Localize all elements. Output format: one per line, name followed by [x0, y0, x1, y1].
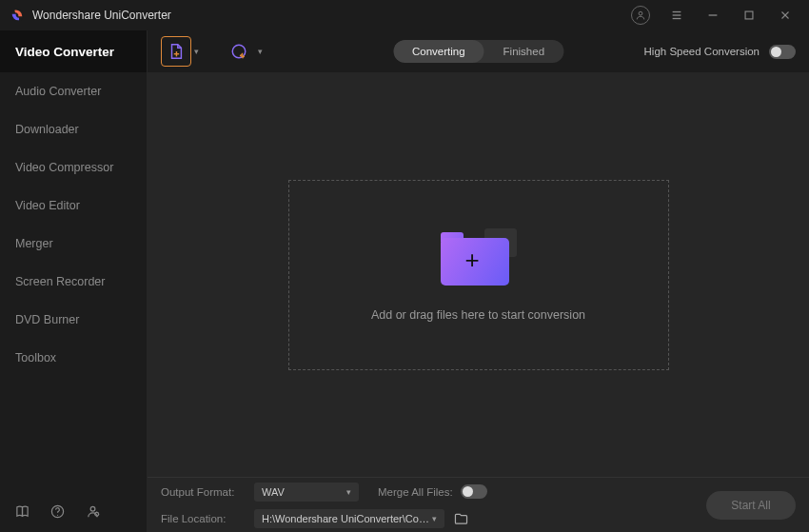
sidebar-item-toolbox[interactable]: Toolbox: [0, 339, 147, 377]
sidebar-footer: [0, 490, 147, 532]
status-tabs: Converting Finished: [393, 40, 563, 63]
sidebar-item-dvd-burner[interactable]: DVD Burner: [0, 301, 147, 339]
app-title: Wondershare UniConverter: [32, 9, 171, 22]
chevron-down-icon: ▾: [432, 514, 437, 523]
start-all-label: Start All: [731, 499, 770, 512]
tab-finished[interactable]: Finished: [484, 40, 563, 63]
output-format-select[interactable]: WAV ▾: [254, 483, 359, 502]
chevron-down-icon: ▾: [346, 487, 351, 497]
sidebar-item-downloader[interactable]: Downloader: [0, 110, 147, 148]
sidebar-item-video-converter[interactable]: Video Converter: [0, 30, 147, 72]
sidebar-item-label: Video Converter: [15, 45, 114, 59]
sidebar-item-label: Audio Converter: [15, 85, 101, 98]
sidebar-item-label: Toolbox: [15, 351, 56, 365]
help-icon[interactable]: [50, 504, 65, 519]
sidebar-item-video-compressor[interactable]: Video Compressor: [0, 148, 147, 187]
title-bar: Wondershare UniConverter: [0, 0, 809, 30]
user-icon: [631, 6, 650, 25]
user-account-button[interactable]: [626, 2, 655, 29]
high-speed-label: High Speed Conversion: [644, 46, 760, 57]
high-speed-toggle[interactable]: [769, 45, 796, 59]
svg-point-1: [639, 11, 642, 15]
minimize-button[interactable]: [699, 2, 727, 29]
tab-label: Converting: [412, 46, 465, 57]
sidebar-item-video-editor[interactable]: Video Editor: [0, 187, 147, 225]
main-panel: ▾ ▾ Converting Finished High Speed Conve…: [148, 30, 809, 532]
drop-area[interactable]: + Add or drag files here to start conver…: [288, 180, 669, 370]
menu-button[interactable]: [662, 2, 691, 29]
add-files-button[interactable]: ▾: [161, 36, 191, 67]
app-logo-icon: [10, 8, 25, 23]
sidebar: Video Converter Audio Converter Download…: [0, 30, 148, 532]
file-location-label: File Location:: [161, 513, 245, 524]
toolbar: ▾ ▾ Converting Finished High Speed Conve…: [148, 30, 809, 72]
sidebar-item-label: Video Compressor: [15, 161, 113, 174]
tab-converting[interactable]: Converting: [393, 40, 484, 63]
sidebar-item-label: Screen Recorder: [15, 275, 106, 288]
sidebar-item-merger[interactable]: Merger: [0, 225, 147, 263]
sidebar-item-label: Merger: [15, 237, 53, 250]
merge-files-label: Merge All Files:: [378, 486, 453, 498]
output-format-label: Output Format:: [161, 486, 245, 498]
sidebar-item-label: Video Editor: [15, 199, 80, 212]
app-window: Wondershare UniConverter Video Converter…: [0, 0, 809, 532]
start-all-button[interactable]: Start All: [706, 491, 796, 520]
chevron-down-icon: ▾: [194, 47, 199, 56]
svg-point-11: [90, 506, 95, 511]
account-settings-icon[interactable]: [86, 504, 100, 519]
chevron-down-icon: ▾: [258, 47, 263, 56]
open-folder-button[interactable]: [454, 512, 468, 524]
tab-label: Finished: [503, 46, 544, 57]
svg-rect-6: [745, 11, 753, 19]
sidebar-item-label: Downloader: [15, 123, 79, 136]
download-button[interactable]: ▾: [224, 36, 254, 67]
close-button[interactable]: [771, 2, 799, 29]
add-folder-icon: +: [441, 228, 517, 286]
output-format-value: WAV: [262, 486, 285, 498]
drop-area-text: Add or drag files here to start conversi…: [371, 308, 585, 322]
maximize-button[interactable]: [735, 2, 763, 29]
svg-point-10: [57, 514, 58, 515]
bottom-bar: Output Format: WAV ▾ Merge All Files: Fi…: [148, 477, 809, 532]
sidebar-item-screen-recorder[interactable]: Screen Recorder: [0, 263, 147, 301]
file-location-select[interactable]: H:\Wondershare UniConverter\Converted ▾: [254, 509, 444, 528]
sidebar-item-label: DVD Burner: [15, 313, 79, 326]
file-location-value: H:\Wondershare UniConverter\Converted: [262, 513, 432, 524]
merge-files-toggle[interactable]: [461, 484, 487, 499]
sidebar-item-audio-converter[interactable]: Audio Converter: [0, 72, 147, 110]
guide-icon[interactable]: [15, 504, 30, 519]
